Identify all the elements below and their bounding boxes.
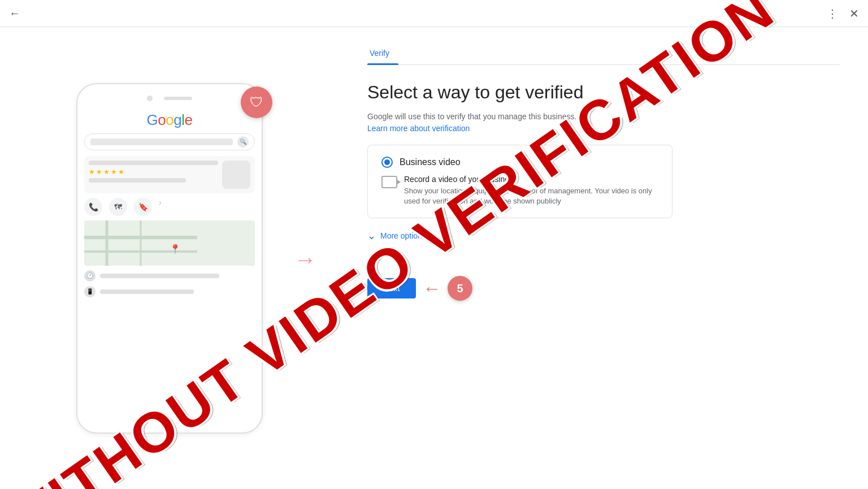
right-panel: Verify Select a way to get verified Goog…	[339, 27, 868, 489]
video-icon	[381, 176, 397, 188]
radio-selected[interactable]	[381, 157, 393, 168]
phone-speaker	[164, 97, 192, 100]
option-title: Business video	[400, 157, 461, 167]
more-icon[interactable]: ⋮	[827, 7, 838, 20]
result-line-2	[89, 178, 186, 183]
stars-row: ★ ★ ★ ★ ★	[89, 168, 218, 176]
phone-action-2: 🗺	[109, 198, 127, 216]
page-description: Google will use this to verify that you …	[367, 112, 840, 121]
more-options-label[interactable]: More options	[380, 231, 426, 240]
phone-area: 🛡 Google 🔍	[0, 27, 339, 489]
option-detail-row: Record a video of your business Show you…	[381, 175, 658, 206]
option-detail-desc: Show your location, equipment and proof …	[404, 186, 658, 206]
close-button[interactable]: ✕	[849, 7, 859, 20]
option-title-row: Business video	[381, 157, 658, 168]
security-badge: 🛡	[241, 86, 272, 118]
next-button[interactable]: Next	[367, 278, 416, 298]
phone-search-placeholder	[90, 139, 233, 145]
phone-map: 📍	[84, 220, 255, 266]
result-line-1	[89, 161, 218, 165]
tab-bar: Verify	[367, 44, 840, 65]
star-5: ★	[118, 168, 124, 176]
phone-screen: Google 🔍 ★ ★ ★ ★	[77, 107, 262, 306]
more-options-row[interactable]: ⌄ More options	[367, 230, 672, 242]
phone-top-bar	[77, 84, 262, 107]
phone-search-icon: 🔍	[237, 136, 249, 148]
phone-bottom-item-1: 🕐	[84, 270, 255, 282]
map-pin: 📍	[170, 244, 181, 254]
phone-bottom-item-2: 📱	[84, 286, 255, 297]
step-arrow: ←	[423, 278, 441, 299]
shield-icon: 🛡	[250, 94, 263, 110]
main-content: 🛡 Google 🔍	[0, 27, 868, 489]
star-2: ★	[96, 168, 102, 176]
phone-mockup: Google 🔍 ★ ★ ★ ★	[76, 83, 263, 434]
option-detail-title: Record a video of your business	[404, 175, 658, 184]
phone-clock-icon: 🕐	[84, 270, 96, 282]
star-1: ★	[89, 168, 95, 176]
tab-verify[interactable]: Verify	[367, 44, 398, 64]
store-icon	[222, 161, 250, 189]
star-4: ★	[111, 168, 117, 176]
page-title: Select a way to get verified	[367, 82, 840, 103]
right-arrow: →	[294, 247, 316, 272]
chevron-down-icon: ⌄	[367, 230, 376, 242]
top-bar: ← ⋮ ✕	[0, 0, 868, 27]
map-svg	[84, 220, 255, 266]
next-button-area: Next ← 5	[367, 276, 840, 301]
option-detail-text: Record a video of your business Show you…	[404, 175, 658, 206]
phone-bottom-lines: 🕐 📱	[84, 270, 255, 297]
phone-action-1: 📞	[84, 198, 102, 216]
verification-option-card[interactable]: Business video Record a video of your bu…	[367, 145, 672, 218]
google-logo: Google	[84, 111, 255, 129]
learn-more-link[interactable]: Learn more about verification	[367, 124, 470, 133]
phone-result-card: ★ ★ ★ ★ ★	[84, 156, 255, 193]
phone-phone-icon: 📱	[84, 286, 96, 297]
action-icons-row: 📞 🗺 🔖 ›	[84, 198, 255, 216]
step-badge: 5	[448, 276, 472, 301]
phone-action-3: 🔖	[134, 198, 152, 216]
bottom-line-2	[100, 289, 194, 294]
bottom-line-1	[100, 274, 219, 278]
phone-search-bar: 🔍	[84, 133, 255, 150]
chevron-right-icon: ›	[159, 198, 162, 216]
star-3: ★	[103, 168, 110, 176]
phone-camera	[147, 96, 153, 101]
back-button[interactable]: ←	[9, 7, 20, 20]
